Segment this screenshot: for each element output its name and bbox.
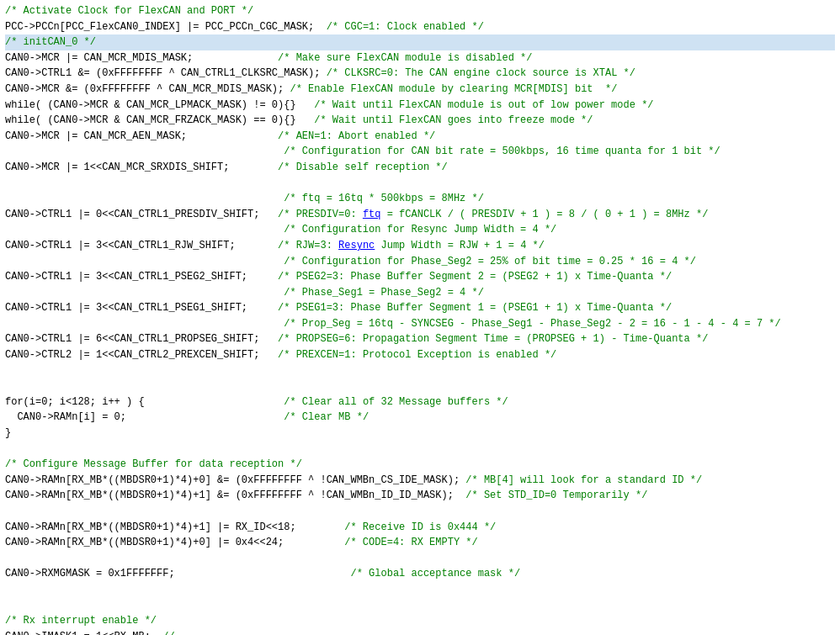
inline-comment: /* PSEG2=3: Phase Buffer Segment 2 = (PS… (278, 271, 672, 283)
inline-comment: /* Set STD_ID=0 Temporarily */ (465, 489, 647, 501)
code-text: while( (CAN0->MCR & CAN_MCR_FRZACK_MASK)… (5, 114, 314, 126)
code-text: CAN0->CTRL2 |= 1<<CAN_CTRL2_PREXCEN_SHIF… (5, 349, 278, 361)
inline-comment: /* MB[4] will look for a standard ID */ (465, 474, 702, 486)
code-text: CAN0->MCR |= 1<<CAN_MCR_SRXDIS_SHIFT; (5, 161, 278, 173)
comment-text: /* Configuration for Resync Jump Width =… (5, 224, 556, 235)
code-text: CAN0->CTRL1 |= 3<<CAN_CTRL1_PSEG1_SHIFT; (5, 302, 278, 314)
code-text: CAN0->CTRL1 &= (0xFFFFFFFF ^ CAN_CTRL1_C… (5, 67, 327, 79)
inline-comment: /* Disable self reception */ (278, 161, 448, 173)
code-text: CAN0->RXMGMASK = 0x1FFFFFFF; (5, 568, 350, 579)
code-line-12: /* ftq = 16tq * 500kbps = 8MHz */ (5, 191, 835, 207)
code-text: CAN0->MCR |= CAN_MCR_AEN_MASK; (5, 130, 278, 142)
code-line-10: CAN0->MCR |= 1<<CAN_MCR_SRXDIS_SHIFT; /*… (5, 160, 835, 176)
code-line-32 (5, 504, 835, 520)
code-text: CAN0->RAMn[RX_MB*((MBDSR0+1)*4)+1] |= RX… (5, 521, 344, 533)
code-line-23 (5, 363, 835, 379)
code-line-36: CAN0->RXMGMASK = 0x1FFFFFFF; /* Global a… (5, 566, 835, 582)
code-line-25: for(i=0; i<128; i++ ) { /* Clear all of … (5, 394, 835, 410)
code-line-18: /* Phase_Seg1 = Phase_Seg2 = 4 */ (5, 285, 835, 301)
code-line-20: /* Prop_Seg = 16tq - SYNCSEG - Phase_Seg… (5, 316, 835, 332)
code-line-30: CAN0->RAMn[RX_MB*((MBDSR0+1)*4)+0] &= (0… (5, 473, 835, 489)
comment-text: /* Prop_Seg = 16tq - SYNCSEG - Phase_Seg… (5, 318, 781, 330)
comment-text: /* Phase_Seg1 = Phase_Seg2 = 4 */ (5, 287, 484, 299)
code-line-39: /* Rx interrupt enable */ (5, 613, 835, 629)
code-line-29: /* Configure Message Buffer for data rec… (5, 457, 835, 473)
code-line-1: PCC->PCCn[PCC_FlexCAN0_INDEX] |= PCC_PCC… (5, 19, 835, 35)
code-text: CAN0->CTRL1 |= 0<<CAN_CTRL1_PRESDIV_SHIF… (5, 209, 278, 220)
inline-comment: /* PSEG1=3: Phase Buffer Segment 1 = (PS… (278, 302, 672, 314)
code-line-2: /* initCAN_0 */ (5, 34, 835, 50)
underline-word: ftq (363, 209, 381, 220)
code-line-13: CAN0->CTRL1 |= 0<<CAN_CTRL1_PRESDIV_SHIF… (5, 207, 835, 223)
inline-comment: /* CODE=4: RX EMPTY */ (344, 537, 477, 548)
code-line-26: CAN0->RAMn[i] = 0; /* Clear MB */ (5, 410, 835, 426)
code-line-16: /* Configuration for Phase_Seg2 = 25% of… (5, 254, 835, 270)
code-line-0: /* Activate Clock for FlexCAN and PORT *… (5, 3, 835, 19)
code-text: CAN0->RAMn[i] = 0; (5, 411, 284, 423)
code-text: for(i=0; i<128; i++ ) { (5, 396, 284, 408)
comment-text: /* Configuration for Phase_Seg2 = 25% of… (5, 256, 696, 267)
inline-comment: /* CGC=1: Clock enabled */ (327, 21, 484, 33)
code-text: CAN0->CTRL1 |= 3<<CAN_CTRL1_PSEG2_SHIFT; (5, 271, 278, 283)
inline-comment: /* Global acceptance mask */ (350, 568, 520, 579)
code-line-37 (5, 582, 835, 598)
comment-text: /* Configure Message Buffer for data rec… (5, 458, 302, 470)
code-line-15: CAN0->CTRL1 |= 3<<CAN_CTRL1_RJW_SHIFT; /… (5, 238, 835, 254)
underline-word: Resync (338, 240, 375, 251)
inline-comment: /* Make sure FlexCAN module is disabled … (278, 52, 532, 64)
code-line-17: CAN0->CTRL1 |= 3<<CAN_CTRL1_PSEG2_SHIFT;… (5, 269, 835, 285)
code-line-19: CAN0->CTRL1 |= 3<<CAN_CTRL1_PSEG1_SHIFT;… (5, 300, 835, 316)
code-text: CAN0->IMASK1 = 1<<RX_MB; (5, 631, 162, 635)
code-line-9: /* Configuration for CAN bit rate = 500k… (5, 144, 835, 160)
inline-comment: // (162, 631, 174, 635)
code-text: CAN0->CTRL1 |= 3<<CAN_CTRL1_RJW_SHIFT; (5, 240, 278, 251)
code-line-38 (5, 598, 835, 614)
code-line-27: } (5, 426, 835, 442)
code-line-33: CAN0->RAMn[RX_MB*((MBDSR0+1)*4)+1] |= RX… (5, 520, 835, 536)
comment-text: /* Configuration for CAN bit rate = 500k… (5, 146, 720, 157)
inline-comment: /* PREXCEN=1: Protocol Exception is enab… (278, 349, 556, 361)
comment-text: /* ftq = 16tq * 500kbps = 8MHz */ (5, 193, 484, 204)
code-line-22: CAN0->CTRL2 |= 1<<CAN_CTRL2_PREXCEN_SHIF… (5, 347, 835, 363)
code-line-3: CAN0->MCR |= CAN_MCR_MDIS_MASK; /* Make … (5, 50, 835, 66)
comment-text: /* Activate Clock for FlexCAN and PORT *… (5, 5, 253, 17)
inline-comment: /* Wait until FlexCAN goes into freeze m… (314, 114, 593, 126)
code-line-34: CAN0->RAMn[RX_MB*((MBDSR0+1)*4)+0] |= 0x… (5, 535, 835, 551)
inline-comment: /* Clear MB */ (284, 411, 369, 423)
code-line-6: while( (CAN0->MCR & CAN_MCR_LPMACK_MASK)… (5, 98, 835, 114)
code-text: CAN0->RAMn[RX_MB*((MBDSR0+1)*4)+1] &= (0… (5, 489, 465, 501)
code-line-7: while( (CAN0->MCR & CAN_MCR_FRZACK_MASK)… (5, 113, 835, 129)
inline-comment: /* PRESDIV=0: ftq = fCANCLK / ( PRESDIV … (278, 209, 708, 220)
inline-comment: /* RJW=3: Resync Jump Width = RJW + 1 = … (278, 240, 545, 251)
comment-text: /* Rx interrupt enable */ (5, 615, 157, 627)
inline-comment: /* Clear all of 32 Message buffers */ (284, 396, 508, 408)
comment-text: /* initCAN_0 */ (5, 36, 96, 48)
code-text: CAN0->MCR &= (0xFFFFFFFF ^ CAN_MCR_MDIS_… (5, 83, 290, 95)
code-text: CAN0->MCR |= CAN_MCR_MDIS_MASK; (5, 52, 278, 64)
code-line-5: CAN0->MCR &= (0xFFFFFFFF ^ CAN_MCR_MDIS_… (5, 82, 835, 98)
code-text: while( (CAN0->MCR & CAN_MCR_LPMACK_MASK)… (5, 99, 314, 111)
code-text: CAN0->RAMn[RX_MB*((MBDSR0+1)*4)+0] |= 0x… (5, 537, 344, 548)
inline-comment: /* Enable FlexCAN module by clearing MCR… (290, 83, 617, 95)
code-line-24 (5, 378, 835, 394)
inline-comment: /* AEN=1: Abort enabled */ (278, 130, 435, 142)
code-line-28 (5, 442, 835, 458)
code-line-35 (5, 551, 835, 567)
code-line-11 (5, 176, 835, 192)
inline-comment: /* CLKSRC=0: The CAN engine clock source… (327, 67, 635, 79)
code-line-40: CAN0->IMASK1 = 1<<RX_MB; // (5, 629, 835, 635)
code-line-8: CAN0->MCR |= CAN_MCR_AEN_MASK; /* AEN=1:… (5, 129, 835, 145)
code-text: PCC->PCCn[PCC_FlexCAN0_INDEX] |= PCC_PCC… (5, 21, 327, 33)
code-text: CAN0->CTRL1 |= 6<<CAN_CTRL1_PROPSEG_SHIF… (5, 333, 278, 345)
code-text: CAN0->RAMn[RX_MB*((MBDSR0+1)*4)+0] &= (0… (5, 474, 465, 486)
code-line-31: CAN0->RAMn[RX_MB*((MBDSR0+1)*4)+1] &= (0… (5, 488, 835, 504)
code-line-21: CAN0->CTRL1 |= 6<<CAN_CTRL1_PROPSEG_SHIF… (5, 331, 835, 347)
code-line-14: /* Configuration for Resync Jump Width =… (5, 222, 835, 238)
inline-comment: /* Receive ID is 0x444 */ (344, 521, 496, 533)
inline-comment: /* PROPSEG=6: Propagation Segment Time =… (278, 333, 708, 345)
inline-comment: /* Wait until FlexCAN module is out of l… (314, 99, 653, 111)
code-line-4: CAN0->CTRL1 &= (0xFFFFFFFF ^ CAN_CTRL1_C… (5, 66, 835, 82)
code-viewer: /* Activate Clock for FlexCAN and PORT *… (0, 0, 840, 635)
